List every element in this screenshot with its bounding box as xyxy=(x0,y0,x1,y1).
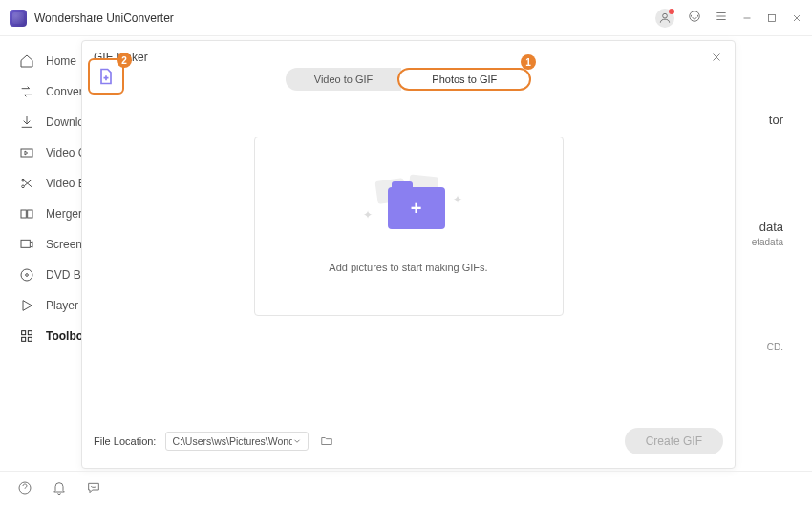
sidebar-item-label: Home xyxy=(46,54,76,68)
bg-text-fragment: CD. xyxy=(767,342,783,352)
bell-icon xyxy=(52,480,67,496)
toolbox-icon xyxy=(19,328,34,344)
play-icon xyxy=(19,298,34,313)
tab-photos-to-gif[interactable]: Photos to GIF xyxy=(397,68,531,91)
file-location-label: File Location: xyxy=(94,435,156,447)
app-title: Wondershare UniConverter xyxy=(34,11,655,25)
app-logo-icon xyxy=(10,10,27,27)
svg-rect-14 xyxy=(28,337,32,341)
statusbar xyxy=(0,471,812,507)
notification-dot-icon xyxy=(669,9,674,14)
support-icon[interactable] xyxy=(688,10,701,27)
dropzone-illustration: + ✦ ✦ xyxy=(371,180,447,237)
dropzone-text: Add pictures to start making GIFs. xyxy=(329,262,487,273)
folder-icon xyxy=(320,434,333,448)
bg-text-fragment: data xyxy=(759,220,783,234)
help-button[interactable] xyxy=(17,480,32,499)
chevron-down-icon xyxy=(292,436,302,446)
sidebar-item-label: Merger xyxy=(46,207,82,221)
disc-icon xyxy=(19,267,34,283)
notifications-button[interactable] xyxy=(52,480,67,499)
svg-point-4 xyxy=(22,179,25,181)
record-icon xyxy=(19,237,34,252)
feedback-icon xyxy=(86,480,101,496)
file-location-dropdown[interactable]: C:\Users\ws\Pictures\Wonders xyxy=(165,432,309,451)
add-file-icon xyxy=(96,67,116,86)
svg-point-0 xyxy=(663,13,668,18)
scissors-icon xyxy=(19,176,34,191)
compressor-icon xyxy=(19,145,34,160)
svg-rect-6 xyxy=(21,210,26,218)
merger-icon xyxy=(19,206,34,222)
modal-close-button[interactable] xyxy=(708,49,725,66)
open-folder-button[interactable] xyxy=(318,433,335,449)
feedback-button[interactable] xyxy=(86,480,101,499)
gif-maker-modal: GIF Maker 2 1 Video to GIF Photos to GIF… xyxy=(81,40,736,469)
svg-point-5 xyxy=(22,185,25,188)
svg-point-10 xyxy=(26,274,29,277)
close-icon xyxy=(711,52,722,63)
help-icon xyxy=(17,480,32,496)
svg-rect-11 xyxy=(22,331,26,335)
sidebar-item-label: Player xyxy=(46,299,78,312)
svg-point-9 xyxy=(21,269,32,281)
dropzone[interactable]: + ✦ ✦ Add pictures to start making GIFs. xyxy=(254,137,564,316)
create-gif-button[interactable]: Create GIF xyxy=(625,428,723,454)
svg-rect-2 xyxy=(769,14,776,21)
account-icon[interactable] xyxy=(655,9,674,28)
tab-video-to-gif[interactable]: Video to GIF xyxy=(286,68,402,91)
modal-footer: File Location: C:\Users\ws\Pictures\Wond… xyxy=(94,428,723,454)
close-button[interactable] xyxy=(791,12,802,24)
svg-rect-13 xyxy=(22,337,26,341)
download-icon xyxy=(19,115,34,130)
mode-tabs: Video to GIF Photos to GIF xyxy=(82,68,735,91)
callout-badge-1: 1 xyxy=(521,54,536,70)
bg-text-fragment: tor xyxy=(769,113,783,127)
folder-plus-icon: + xyxy=(388,187,445,229)
svg-rect-12 xyxy=(28,331,32,335)
svg-rect-8 xyxy=(21,240,30,247)
callout-badge-2: 2 xyxy=(117,53,132,68)
file-location-value: C:\Users\ws\Pictures\Wonders xyxy=(172,435,292,447)
menu-icon[interactable] xyxy=(715,10,728,27)
minimize-button[interactable] xyxy=(741,12,753,24)
titlebar: Wondershare UniConverter xyxy=(0,0,812,36)
converter-icon xyxy=(19,84,34,99)
bg-text-fragment: etadata xyxy=(752,237,783,247)
svg-rect-7 xyxy=(28,210,32,218)
home-icon xyxy=(19,53,34,69)
maximize-button[interactable] xyxy=(766,12,778,24)
